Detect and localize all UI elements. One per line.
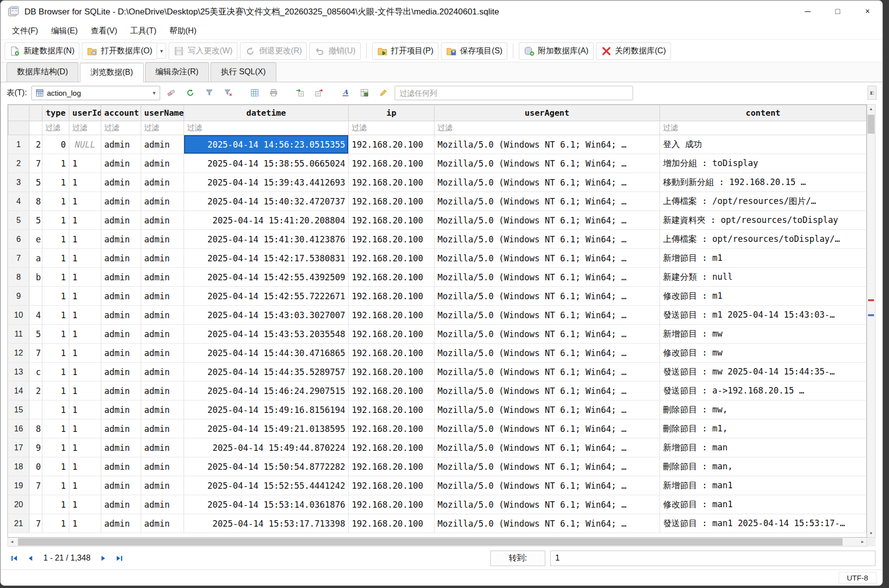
menu-file[interactable]: 文件(F) [6, 23, 43, 39]
table-row[interactable]: 11 5 1 1 admin admin 2025-04-14 15:43:53… [8, 325, 867, 344]
cell-account[interactable]: admin [101, 325, 141, 344]
previous-page-button[interactable] [23, 551, 37, 565]
tab-browse-data[interactable]: 浏览数据(B) [80, 63, 143, 82]
scroll-up-icon[interactable]: ▲ [867, 105, 875, 113]
export-data-button[interactable] [311, 86, 327, 100]
cell-content[interactable]: 修改節目 : mw [660, 344, 867, 363]
cell-account[interactable]: admin [101, 211, 141, 230]
cell-datetime[interactable]: 2025-04-14 15:42:55.4392509 [184, 268, 349, 287]
cell-content[interactable]: 修改節目 : m1 [660, 287, 867, 306]
cell-username[interactable]: admin [141, 173, 184, 192]
cell-userid[interactable]: 1 [69, 325, 101, 344]
cell-datetime[interactable]: 2025-04-14 15:49:16.8156194 [184, 400, 349, 419]
cell-clipped[interactable]: b [29, 268, 42, 287]
close-button[interactable]: × [853, 0, 883, 22]
cell-username[interactable]: admin [141, 363, 184, 382]
cell-type[interactable]: 1 [42, 249, 69, 268]
cell-type[interactable]: 1 [42, 192, 69, 211]
cell-clipped[interactable]: e [29, 230, 42, 249]
tab-database-structure[interactable]: 数据库结构(D) [6, 62, 78, 82]
cell-content[interactable]: 新增節目 : man1 [660, 476, 867, 495]
cell-datetime[interactable]: 2025-04-14 14:56:23.0515355 [184, 135, 349, 154]
cell-ip[interactable]: 192.168.20.100 [349, 495, 435, 514]
cell-clipped[interactable]: 2 [29, 382, 42, 400]
cell-account[interactable]: admin [101, 287, 141, 306]
cell-account[interactable]: admin [101, 230, 141, 249]
edit-cell-button[interactable] [376, 86, 391, 100]
cell-username[interactable]: admin [141, 249, 184, 268]
menu-view[interactable]: 查看(V) [85, 23, 123, 39]
cell-account[interactable]: admin [101, 249, 141, 268]
table-row[interactable]: 8 b 1 1 admin admin 2025-04-14 15:42:55.… [8, 268, 867, 287]
first-page-button[interactable] [7, 551, 21, 565]
cell-username[interactable]: admin [141, 476, 184, 495]
cell-ip[interactable]: 192.168.20.100 [349, 457, 435, 476]
row-number[interactable]: 7 [8, 249, 29, 268]
cell-ip[interactable]: 192.168.20.100 [349, 438, 435, 457]
cell-content[interactable]: 刪除節目 : man, [660, 457, 867, 476]
cell-useragent[interactable]: Mozilla/5.0 (Windows NT 6.1; Win64; … [435, 287, 660, 306]
cell-useragent[interactable]: Mozilla/5.0 (Windows NT 6.1; Win64; … [435, 249, 660, 268]
cell-ip[interactable]: 192.168.20.100 [349, 268, 435, 287]
row-number[interactable]: 11 [8, 325, 29, 344]
cell-ip[interactable]: 192.168.20.100 [349, 476, 435, 495]
table-row[interactable]: 17 9 1 1 admin admin 2025-04-14 15:49:44… [8, 438, 867, 457]
scroll-right-icon[interactable]: ► [859, 538, 867, 546]
cell-type[interactable]: 1 [42, 382, 69, 400]
cell-userid[interactable]: 1 [69, 344, 101, 363]
cell-content[interactable]: 新增節目 : mw [660, 325, 867, 344]
cell-datetime[interactable]: 2025-04-14 15:44:30.4716865 [184, 344, 349, 363]
cell-account[interactable]: admin [101, 192, 141, 211]
close-database-button[interactable]: 关闭数据库(C) [596, 42, 671, 60]
row-number[interactable]: 3 [8, 173, 29, 192]
cell-ip[interactable]: 192.168.20.100 [349, 211, 435, 230]
cell-account[interactable]: admin [101, 344, 141, 363]
cell-userid[interactable]: 1 [69, 268, 101, 287]
row-number[interactable]: 13 [8, 363, 29, 382]
cell-datetime[interactable]: 2025-04-14 15:43:53.2035548 [184, 325, 349, 344]
row-number[interactable]: 19 [8, 476, 29, 495]
cell-useragent[interactable]: Mozilla/5.0 (Windows NT 6.1; Win64; … [435, 495, 660, 514]
filter-datetime-input[interactable]: 过滤 [184, 121, 349, 135]
cell-type[interactable]: 1 [42, 344, 69, 363]
cell-content[interactable]: 新建分類 : null [660, 268, 867, 287]
cell-datetime[interactable]: 2025-04-14 15:43:03.3027007 [184, 306, 349, 325]
cell-content[interactable]: 發送節目 : m1 2025-04-14 15:43:03-… [660, 306, 867, 325]
cell-ip[interactable]: 192.168.20.100 [349, 363, 435, 382]
cell-useragent[interactable]: Mozilla/5.0 (Windows NT 6.1; Win64; … [435, 325, 660, 344]
cell-userid[interactable]: 1 [69, 211, 101, 230]
cell-type[interactable]: 1 [42, 400, 69, 419]
cell-ip[interactable]: 192.168.20.100 [349, 382, 435, 400]
cell-content[interactable]: 移動到新分組 : 192.168.20.15 … [660, 173, 867, 192]
attach-database-button[interactable]: 附加数据库(A) [519, 42, 593, 60]
cell-clipped[interactable]: 7 [29, 476, 42, 495]
row-number[interactable]: 18 [8, 457, 29, 476]
filter-content-input[interactable]: 过滤 [660, 121, 867, 135]
table-row[interactable]: 2 7 1 1 admin admin 2025-04-14 15:38:55.… [8, 154, 867, 173]
cell-clipped[interactable]: 8 [29, 192, 42, 211]
cell-type[interactable]: 1 [42, 287, 69, 306]
column-header-account[interactable]: account [101, 105, 141, 121]
revert-changes-button[interactable]: 倒退更改(R) [240, 42, 307, 60]
cell-type[interactable]: 1 [42, 514, 69, 533]
goto-input[interactable] [550, 551, 876, 566]
table-row[interactable]: 16 8 1 1 admin admin 2025-04-14 15:49:21… [8, 419, 867, 438]
cell-type[interactable]: 1 [42, 476, 69, 495]
menu-tools[interactable]: 工具(T) [125, 23, 162, 39]
cell-content[interactable]: 發送節目 : a->192.168.20.15 … [660, 382, 867, 400]
cell-type[interactable]: 1 [42, 211, 69, 230]
maximize-button[interactable]: □ [823, 0, 853, 22]
cell-userid[interactable]: 1 [69, 306, 101, 325]
format-font-button[interactable]: A [338, 86, 353, 100]
table-row[interactable]: 19 7 1 1 admin admin 2025-04-14 15:52:55… [8, 476, 867, 495]
row-number[interactable]: 12 [8, 344, 29, 363]
cell-username[interactable]: admin [141, 306, 184, 325]
filter-ip-input[interactable]: 过滤 [349, 121, 435, 135]
cell-userid[interactable]: 1 [69, 230, 101, 249]
cell-userid[interactable]: 1 [69, 495, 101, 514]
row-number[interactable]: 1 [8, 135, 29, 154]
minimize-button[interactable]: ─ [793, 0, 823, 22]
refresh-button[interactable] [183, 86, 198, 100]
new-database-button[interactable]: 新建数据库(N) [4, 42, 79, 60]
filter-clipped-input[interactable] [29, 121, 42, 135]
